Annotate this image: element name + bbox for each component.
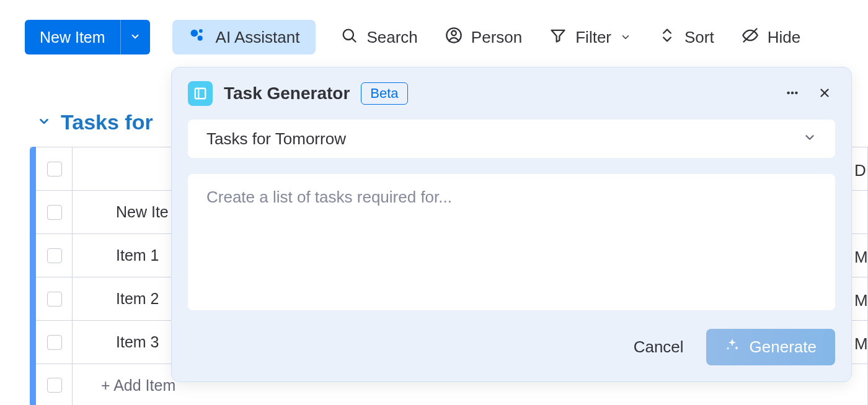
svg-point-10 (787, 92, 790, 94)
svg-point-0 (190, 29, 198, 37)
svg-point-12 (795, 92, 798, 94)
person-label: Person (471, 28, 522, 47)
cancel-button[interactable]: Cancel (630, 337, 688, 357)
chevron-down-icon (803, 129, 817, 149)
group-color-bar (30, 147, 36, 405)
popover-title: Task Generator (224, 84, 350, 103)
sort-button[interactable]: Sort (656, 23, 717, 52)
row-checkbox[interactable] (47, 248, 62, 263)
sort-icon (658, 27, 676, 48)
beta-badge: Beta (361, 82, 407, 105)
close-button[interactable] (814, 82, 835, 105)
chevron-down-icon (620, 28, 631, 47)
new-item-button[interactable]: New Item (25, 20, 120, 54)
filter-icon (549, 27, 567, 48)
sort-label: Sort (684, 28, 714, 47)
edge-cell: M (854, 279, 868, 322)
toolbar: New Item AI Assistant Search Person Filt… (25, 19, 868, 56)
svg-point-11 (791, 92, 794, 94)
sparkle-icon (725, 338, 740, 357)
filter-button[interactable]: Filter (547, 23, 634, 52)
close-icon (818, 92, 831, 102)
svg-point-1 (199, 29, 203, 33)
ai-assistant-icon (188, 27, 206, 48)
prompt-textarea[interactable] (188, 174, 835, 310)
right-edge-column: D M M M (854, 149, 868, 365)
group-title: Tasks for (61, 110, 153, 134)
svg-point-6 (451, 30, 456, 35)
search-label: Search (366, 28, 417, 47)
generate-label: Generate (750, 338, 817, 357)
generate-button[interactable]: Generate (706, 329, 835, 365)
edge-cell (854, 192, 868, 235)
more-options-button[interactable] (782, 82, 803, 105)
select-all-checkbox[interactable] (47, 162, 62, 176)
edge-cell: M (854, 235, 868, 279)
layout-icon (188, 81, 213, 106)
person-button[interactable]: Person (443, 23, 525, 52)
edge-cell: D (854, 149, 868, 192)
hide-icon (742, 27, 759, 48)
target-group-select[interactable]: Tasks for Tomorrow (188, 120, 835, 158)
row-checkbox[interactable] (47, 205, 62, 220)
search-button[interactable]: Search (338, 23, 420, 52)
task-generator-popover: Task Generator Beta Tasks for Tomorrow C… (171, 67, 852, 382)
search-icon (340, 27, 358, 48)
svg-rect-8 (195, 89, 206, 99)
svg-point-2 (197, 35, 202, 40)
more-horizontal-icon (786, 92, 799, 102)
chevron-down-icon (37, 115, 51, 131)
row-checkbox[interactable] (47, 292, 62, 307)
edge-cell: M (854, 322, 868, 365)
person-icon (445, 27, 463, 48)
svg-line-4 (353, 38, 356, 41)
row-checkbox[interactable] (47, 378, 62, 393)
ai-assistant-label: AI Assistant (216, 28, 300, 47)
new-item-dropdown-button[interactable] (120, 20, 150, 54)
hide-button[interactable]: Hide (739, 23, 803, 52)
chevron-down-icon (130, 31, 141, 44)
popover-footer: Cancel Generate (188, 329, 835, 365)
filter-label: Filter (575, 28, 611, 47)
ai-assistant-button[interactable]: AI Assistant (172, 20, 316, 54)
row-checkbox[interactable] (47, 335, 62, 350)
hide-label: Hide (768, 28, 800, 47)
popover-header: Task Generator Beta (188, 81, 835, 106)
new-item-group: New Item (25, 20, 150, 54)
select-value: Tasks for Tomorrow (206, 129, 346, 149)
